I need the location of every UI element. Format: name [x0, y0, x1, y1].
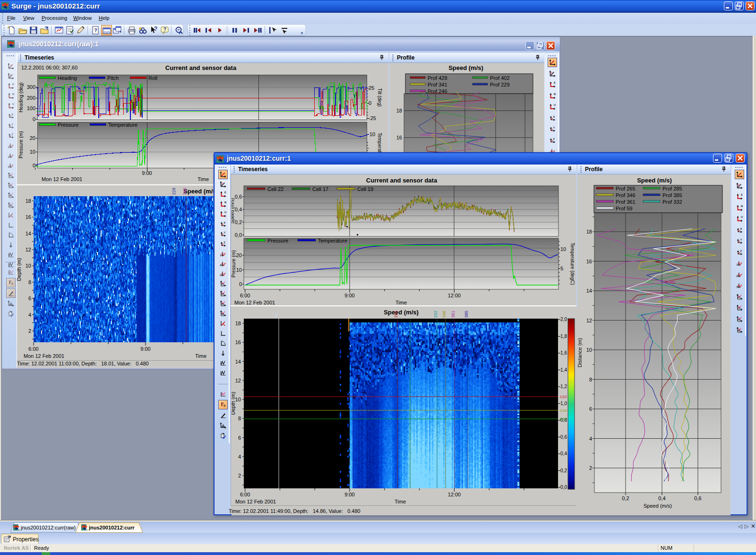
- svg-text:Roll: Roll: [148, 75, 157, 81]
- svg-text:N: N: [224, 201, 226, 204]
- svg-text:Mon 12 Feb 2001: Mon 12 Feb 2001: [24, 353, 64, 359]
- svg-text:0: 0: [33, 163, 35, 168]
- svg-text:0,6: 0,6: [235, 194, 242, 199]
- svg-text:Depth (m): Depth (m): [17, 258, 22, 281]
- svg-text:Prof 346: Prof 346: [616, 192, 636, 198]
- svg-text:Pressure (m): Pressure (m): [232, 250, 236, 278]
- svg-text:8: 8: [589, 377, 592, 382]
- svg-text:Prof 59: Prof 59: [616, 206, 632, 211]
- svg-text:Y: Y: [12, 123, 14, 126]
- svg-text:Temperature: Temperature: [108, 122, 137, 128]
- svg-text:12: 12: [26, 247, 31, 252]
- svg-text:385: 385: [464, 311, 469, 318]
- svg-text:20: 20: [30, 135, 35, 141]
- svg-text:Y: Y: [224, 231, 226, 234]
- svg-text:3: 3: [222, 304, 223, 306]
- svg-text:0,4: 0,4: [235, 207, 242, 212]
- svg-text:c: c: [223, 403, 226, 408]
- svg-text:Time: Time: [395, 300, 407, 305]
- svg-text:361: 361: [451, 311, 455, 318]
- svg-text:X: X: [224, 221, 226, 224]
- svg-text:9:00: 9:00: [140, 346, 150, 352]
- svg-text:-25: -25: [369, 115, 376, 121]
- svg-text:c: c: [11, 281, 14, 286]
- svg-text:332: 332: [433, 311, 438, 318]
- svg-text:Prof 341: Prof 341: [428, 82, 447, 87]
- svg-text:10: 10: [560, 246, 566, 252]
- svg-text:9:00: 9:00: [344, 492, 354, 497]
- svg-text:18: 18: [586, 229, 592, 234]
- svg-text:4: 4: [589, 436, 592, 442]
- svg-text:229: 229: [172, 188, 176, 195]
- svg-text:9:00: 9:00: [142, 170, 152, 176]
- svg-text:18: 18: [396, 108, 402, 113]
- svg-text:16: 16: [396, 135, 402, 140]
- svg-text:2: 2: [28, 328, 31, 334]
- svg-text:6:00: 6:00: [240, 293, 250, 298]
- svg-text:3: 3: [9, 270, 11, 273]
- svg-text:Pressure (m): Pressure (m): [18, 131, 24, 158]
- svg-text:Speed (m/s): Speed (m/s): [232, 198, 235, 224]
- svg-text:?: ?: [154, 26, 157, 32]
- svg-text:?: ?: [163, 27, 166, 32]
- svg-text:300: 300: [27, 84, 35, 90]
- svg-text:U: U: [224, 211, 226, 214]
- svg-text:Pitch: Pitch: [107, 75, 119, 81]
- svg-text:0: 0: [33, 116, 35, 122]
- svg-text:Cell 17: Cell 17: [312, 186, 328, 192]
- svg-text:12: 12: [235, 378, 241, 383]
- svg-text:8: 8: [28, 279, 31, 285]
- svg-text:6: 6: [28, 295, 31, 301]
- svg-text:10: 10: [235, 397, 241, 402]
- svg-text:0,2: 0,2: [622, 495, 629, 501]
- svg-text:25: 25: [369, 85, 374, 91]
- svg-text:6:00: 6:00: [28, 346, 38, 352]
- svg-text:Z: Z: [12, 133, 14, 136]
- svg-text:Mon 12 Feb 2001: Mon 12 Feb 2001: [42, 176, 82, 182]
- svg-text:Speed (m/s): Speed (m/s): [448, 64, 483, 71]
- svg-text:Prof 361: Prof 361: [616, 199, 636, 205]
- svg-text:6: 6: [238, 435, 241, 441]
- svg-text:3: 3: [10, 195, 11, 198]
- svg-text:Cell 19: Cell 19: [357, 186, 373, 192]
- svg-text:Y: Y: [553, 126, 555, 129]
- svg-text:Speed (m/s): Speed (m/s): [637, 177, 672, 184]
- svg-text:U: U: [12, 103, 14, 105]
- svg-text:1: 1: [10, 175, 11, 178]
- svg-text:10: 10: [236, 267, 242, 273]
- svg-text:Tilt (deg): Tilt (deg): [377, 88, 382, 106]
- svg-text:20: 20: [236, 252, 242, 258]
- svg-text:Time: Time: [198, 176, 209, 182]
- svg-text:4: 4: [238, 454, 241, 460]
- svg-text:U: U: [554, 104, 556, 106]
- svg-text:Current and sensor data: Current and sensor data: [366, 177, 438, 184]
- svg-text:Cell 22: Cell 22: [267, 186, 284, 192]
- svg-text:Mon 12 Feb 2001: Mon 12 Feb 2001: [235, 499, 276, 504]
- svg-text:Heading (deg): Heading (deg): [18, 82, 24, 112]
- svg-text:?: ?: [94, 27, 97, 33]
- svg-text:0,4: 0,4: [658, 495, 665, 501]
- svg-text:0,2: 0,2: [235, 219, 242, 225]
- svg-text:N: N: [12, 93, 14, 95]
- svg-text:Speed (m/s): Speed (m/s): [384, 309, 419, 316]
- svg-text:100: 100: [27, 105, 35, 111]
- svg-text:12.2.2001 06:00; 307,60: 12.2.2001 06:00; 307,60: [21, 65, 77, 70]
- svg-text:18: 18: [26, 198, 31, 204]
- svg-text:16: 16: [586, 259, 592, 264]
- svg-text:9:00: 9:00: [344, 293, 354, 298]
- svg-text:Prof 428: Prof 428: [428, 75, 447, 81]
- svg-text:2: 2: [222, 294, 223, 296]
- svg-text:X: X: [553, 115, 555, 118]
- svg-text:X: X: [12, 113, 14, 116]
- svg-text:Prof 402: Prof 402: [490, 75, 510, 81]
- svg-text:Prof 332: Prof 332: [662, 199, 682, 205]
- svg-text:14: 14: [26, 231, 31, 236]
- svg-text:Temperature: Temperature: [318, 238, 347, 243]
- svg-text:200: 200: [27, 95, 35, 101]
- svg-text:Z: Z: [740, 249, 742, 252]
- svg-text:Temperature (degC): Temperature (degC): [570, 243, 575, 285]
- svg-text:0,6: 0,6: [694, 495, 701, 501]
- svg-text:265: 265: [394, 311, 398, 318]
- svg-text:Prof 265: Prof 265: [616, 186, 636, 191]
- svg-text:16: 16: [235, 339, 241, 345]
